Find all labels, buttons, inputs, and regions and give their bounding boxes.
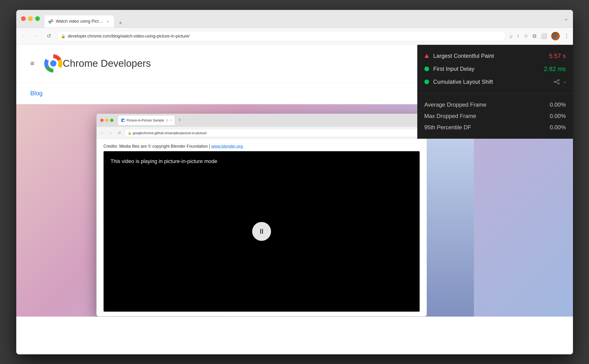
avg-dropped-label: Average Dropped Frame	[424, 101, 550, 108]
fid-value: 2.82 ms	[544, 65, 566, 73]
video-overlay-text: This video is playing in picture-in-pict…	[111, 158, 217, 164]
inner-tab-title: Picture-in-Picture Sample	[127, 118, 164, 122]
svg-point-9	[554, 81, 556, 83]
percentile-dropped-label: 95th Percentile DF	[424, 124, 550, 131]
cls-row: Cumulative Layout Shift -	[424, 76, 566, 88]
title-bar-right: ⌄	[564, 16, 568, 22]
inner-forward-button[interactable]: →	[108, 130, 114, 136]
url-text: developer.chrome.com/blog/watch-video-us…	[68, 34, 502, 39]
svg-point-7	[558, 79, 559, 81]
tab-close-button[interactable]: ×	[105, 19, 110, 24]
search-icon[interactable]: ⌕	[510, 33, 512, 39]
active-tab[interactable]: Watch video using Picture-in-P ×	[45, 15, 114, 28]
close-button[interactable]	[21, 16, 26, 21]
vitals-section: Largest Contentful Paint 5.57 s First In…	[417, 45, 573, 93]
fid-label: First Input Delay	[433, 65, 544, 72]
pause-button[interactable]: ⏸	[252, 222, 271, 241]
lcp-value: 5.57 s	[549, 52, 566, 60]
lcp-label: Largest Contentful Paint	[433, 53, 549, 59]
svg-marker-6	[425, 54, 429, 58]
inner-tab[interactable]: Picture-in-Picture Sample ⊡ ×	[118, 116, 175, 125]
extensions-icon[interactable]: ⧉	[533, 33, 536, 39]
hamburger-icon[interactable]: ≡	[30, 59, 35, 67]
inner-back-button[interactable]: ←	[99, 130, 105, 136]
svg-rect-5	[123, 120, 124, 121]
svg-line-10	[556, 80, 558, 82]
inner-lock-icon: 🔒	[128, 131, 131, 135]
tabs-area: Watch video using Picture-in-P × +	[45, 10, 564, 28]
inner-browser-window: Picture-in-Picture Sample ⊡ × + ← → ↺ 🔒	[97, 114, 427, 316]
percentile-dropped-value: 0.00%	[550, 124, 566, 131]
traffic-lights	[21, 16, 40, 21]
browser-window: Watch video using Picture-in-P × + ⌄ ← →…	[16, 10, 573, 354]
bookmark-icon[interactable]: ☆	[524, 33, 528, 39]
inner-minimize-button[interactable]	[105, 119, 109, 122]
inner-maximize-button[interactable]	[110, 119, 113, 122]
reload-button[interactable]: ↺	[45, 32, 53, 40]
video-container[interactable]: This video is playing in picture-in-pict…	[104, 151, 420, 312]
percentile-dropped-row: 95th Percentile DF 0.00%	[424, 122, 566, 133]
toolbar-icons: ⌕ ↑ ☆ ⧉ ⬜ 👤 ⋮	[510, 32, 569, 40]
svg-point-1	[50, 20, 52, 22]
inner-pip-icon: ⊡	[166, 119, 168, 122]
svg-point-3	[50, 60, 57, 67]
svg-point-8	[558, 83, 559, 84]
blog-link[interactable]: Blog	[30, 90, 43, 97]
tab-favicon	[48, 19, 53, 24]
chrome-logo	[44, 54, 63, 73]
avg-dropped-value: 0.00%	[550, 101, 566, 108]
share-icon[interactable]	[553, 79, 560, 84]
chevron-down-icon[interactable]: ⌄	[564, 16, 568, 22]
max-dropped-label: Max Dropped Frame	[424, 113, 550, 119]
fid-indicator	[424, 66, 429, 71]
back-button[interactable]: ←	[20, 32, 29, 40]
avg-dropped-row: Average Dropped Frame 0.00%	[424, 99, 566, 110]
user-avatar[interactable]: 👤	[551, 32, 560, 40]
browser-content: ≡ Chrome Developers	[16, 45, 573, 354]
cls-label: Cumulative Layout Shift	[433, 78, 553, 85]
window-icon[interactable]: ⬜	[541, 33, 547, 39]
menu-icon[interactable]: ⋮	[564, 33, 569, 39]
right-decoration	[427, 114, 474, 317]
fid-row: First Input Delay 2.82 ms	[424, 63, 566, 76]
inner-tab-favicon	[121, 118, 125, 122]
url-bar[interactable]: 🔒 developer.chrome.com/blog/watch-video-…	[57, 31, 506, 41]
site-title: Chrome Developers	[63, 58, 151, 69]
inner-url-text: googlechrome.github.io/samples/picture-i…	[133, 131, 207, 135]
title-bar: Watch video using Picture-in-P × + ⌄	[16, 10, 573, 28]
inner-reload-button[interactable]: ↺	[116, 130, 123, 136]
lcp-indicator	[424, 53, 429, 58]
max-dropped-value: 0.00%	[550, 113, 566, 119]
lcp-row: Largest Contentful Paint 5.57 s	[424, 50, 566, 63]
inner-url-bar[interactable]: 🔒 googlechrome.github.io/samples/picture…	[125, 129, 424, 137]
address-bar: ← → ↺ 🔒 developer.chrome.com/blog/watch-…	[16, 28, 573, 45]
inner-title-bar: Picture-in-Picture Sample ⊡ × +	[97, 114, 427, 127]
inner-new-tab-button[interactable]: +	[178, 118, 181, 123]
inner-traffic-lights	[100, 119, 113, 122]
inner-page-content: Credits: Media files are © copyright Ble…	[97, 139, 427, 316]
max-dropped-row: Max Dropped Frame 0.00%	[424, 110, 566, 122]
lock-icon: 🔒	[61, 34, 65, 39]
new-tab-button[interactable]: +	[116, 18, 125, 28]
tab-title: Watch video using Picture-in-P	[56, 19, 103, 24]
performance-overlay-panel: Largest Contentful Paint 5.57 s First In…	[417, 45, 573, 139]
credits-text: Credits: Media files are © copyright Ble…	[104, 144, 420, 149]
minimize-button[interactable]	[28, 16, 33, 21]
forward-button[interactable]: →	[32, 32, 41, 40]
cls-value: -	[564, 78, 566, 86]
inner-address-bar: ← → ↺ 🔒 googlechrome.github.io/samples/p…	[97, 127, 427, 139]
pause-icon: ⏸	[258, 228, 265, 235]
frame-stats-section: Average Dropped Frame 0.00% Max Dropped …	[417, 93, 573, 139]
inner-tab-close[interactable]: ×	[170, 119, 172, 122]
blender-link[interactable]: www.blender.org	[211, 144, 243, 149]
svg-line-11	[556, 82, 558, 83]
cls-indicator	[424, 79, 429, 84]
inner-close-button[interactable]	[100, 119, 104, 122]
share-icon[interactable]: ↑	[517, 33, 519, 39]
maximize-button[interactable]	[35, 16, 40, 21]
